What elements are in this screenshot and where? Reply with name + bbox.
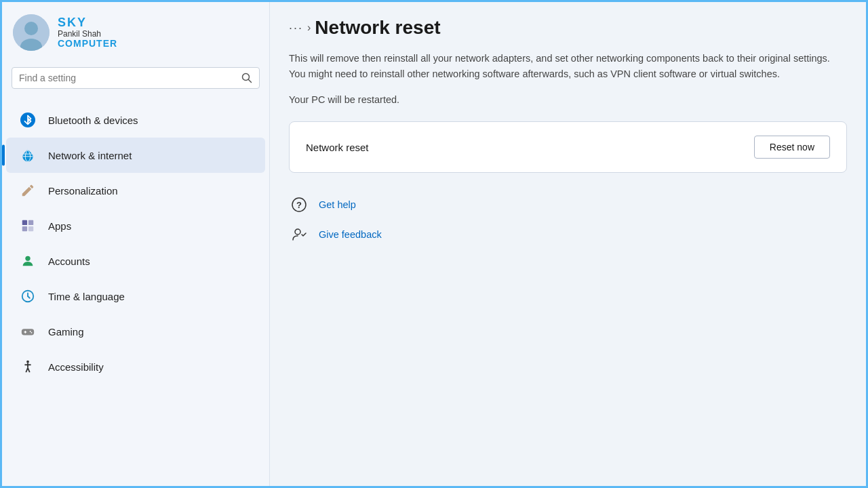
get-help-icon: ? xyxy=(289,195,309,215)
chevron-right-icon: › xyxy=(307,22,311,34)
help-links: ? Get help Give feedback xyxy=(270,189,866,250)
svg-rect-8 xyxy=(22,220,27,225)
sidebar-item-label-accessibility: Accessibility xyxy=(48,361,104,373)
sidebar-item-label-personalization: Personalization xyxy=(48,185,118,197)
svg-point-1 xyxy=(24,22,38,35)
reset-card: Network reset Reset now xyxy=(289,121,847,173)
sidebar-item-time[interactable]: Time & language xyxy=(6,279,265,314)
sidebar-item-label-time: Time & language xyxy=(48,291,125,302)
sidebar-item-network[interactable]: Network & internet xyxy=(6,138,265,173)
sidebar-item-personalization[interactable]: Personalization xyxy=(6,173,265,208)
svg-point-12 xyxy=(25,256,30,261)
brand-logo: SKY Pankil Shah COMPUTER xyxy=(58,16,117,49)
get-help-item[interactable]: ? Get help xyxy=(289,195,847,215)
svg-point-27 xyxy=(295,229,300,235)
brand-name: Pankil Shah xyxy=(58,30,117,39)
sidebar-item-label-apps: Apps xyxy=(48,220,71,232)
sidebar-item-label-accounts: Accounts xyxy=(48,256,90,267)
main-content: ··· › Network reset This will remove the… xyxy=(270,2,866,486)
svg-point-19 xyxy=(31,332,33,333)
give-feedback-item[interactable]: Give feedback xyxy=(289,224,847,245)
bluetooth-icon xyxy=(18,110,37,129)
svg-point-14 xyxy=(27,296,28,297)
svg-rect-11 xyxy=(28,226,33,231)
apps-icon xyxy=(18,216,37,235)
gaming-icon xyxy=(18,322,37,341)
time-icon xyxy=(18,287,37,306)
search-box[interactable] xyxy=(12,67,260,89)
svg-text:?: ? xyxy=(296,200,302,210)
sidebar-item-bluetooth[interactable]: Bluetooth & devices xyxy=(6,102,265,138)
breadcrumb-dots[interactable]: ··· xyxy=(289,21,303,35)
network-icon xyxy=(18,146,37,165)
sidebar-item-label-gaming: Gaming xyxy=(48,326,84,338)
search-input[interactable] xyxy=(19,73,236,83)
brand-sky: SKY xyxy=(58,16,117,30)
search-button[interactable] xyxy=(241,73,252,83)
sidebar: SKY Pankil Shah COMPUTER xyxy=(2,2,270,488)
accessibility-icon xyxy=(18,357,37,376)
brand-computer: COMPUTER xyxy=(58,39,117,49)
give-feedback-link[interactable]: Give feedback xyxy=(319,229,382,240)
svg-rect-15 xyxy=(22,329,34,335)
search-wrap xyxy=(2,60,269,100)
breadcrumb: ··· › Network reset xyxy=(270,2,866,48)
description-text: This will remove then reinstall all your… xyxy=(270,48,853,94)
svg-point-18 xyxy=(30,331,31,332)
svg-rect-10 xyxy=(22,226,27,231)
svg-point-20 xyxy=(26,361,29,363)
nav-list: Bluetooth & devices Network & internet xyxy=(2,100,269,488)
reset-card-label: Network reset xyxy=(306,142,369,153)
avatar xyxy=(13,14,50,51)
svg-rect-9 xyxy=(28,220,33,225)
accounts-icon xyxy=(18,251,37,270)
give-feedback-icon xyxy=(289,224,309,245)
svg-line-24 xyxy=(28,368,30,372)
page-title: Network reset xyxy=(315,17,440,39)
restart-note: Your PC will be restarted. xyxy=(270,94,866,119)
personalization-icon xyxy=(18,181,37,200)
sidebar-item-apps[interactable]: Apps xyxy=(6,208,265,243)
reset-now-button[interactable]: Reset now xyxy=(754,136,830,159)
sidebar-item-accessibility[interactable]: Accessibility xyxy=(6,349,265,384)
sidebar-item-label-network: Network & internet xyxy=(48,150,132,161)
sidebar-item-accounts[interactable]: Accounts xyxy=(6,243,265,279)
sidebar-item-label-bluetooth: Bluetooth & devices xyxy=(48,115,138,126)
svg-line-4 xyxy=(249,80,252,83)
profile-area: SKY Pankil Shah COMPUTER xyxy=(2,2,269,60)
sidebar-item-gaming[interactable]: Gaming xyxy=(6,314,265,349)
get-help-link[interactable]: Get help xyxy=(319,199,356,210)
